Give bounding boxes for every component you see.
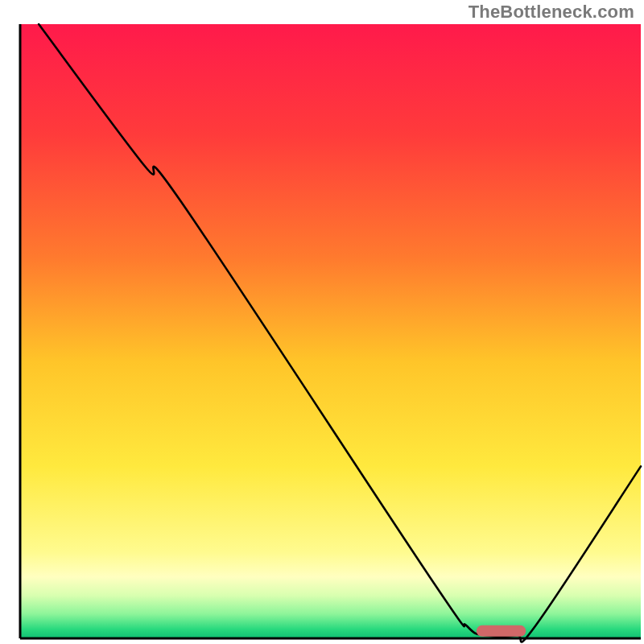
gradient-background (20, 24, 641, 638)
chart-container: TheBottleneck.com (0, 0, 644, 644)
optimal-range-marker (477, 625, 526, 637)
attribution-label: TheBottleneck.com (469, 2, 634, 23)
bottleneck-chart (0, 0, 644, 644)
